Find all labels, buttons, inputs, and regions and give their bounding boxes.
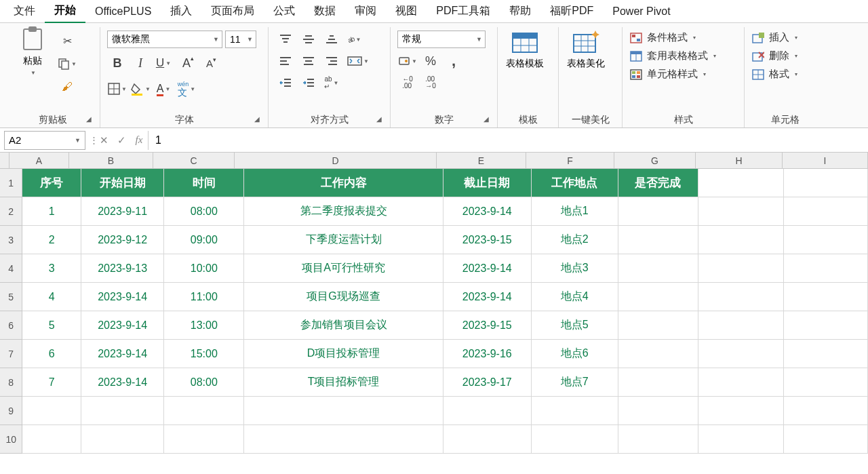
column-header[interactable]: I <box>783 153 868 169</box>
merge-cells-button[interactable]: ▼ <box>344 52 372 71</box>
column-header[interactable]: C <box>153 153 235 169</box>
cell[interactable]: 2023-9-14 <box>443 283 532 311</box>
table-format-button[interactable]: 套用表格格式 ▾ <box>629 50 737 62</box>
cell[interactable]: 下季度运营计划 <box>244 226 443 254</box>
cell[interactable] <box>618 197 698 226</box>
font-size-select[interactable]: 11 ▼ <box>225 31 256 48</box>
menu-item-2[interactable]: OfficePLUS <box>85 1 161 22</box>
cell[interactable] <box>698 311 784 340</box>
cell[interactable] <box>618 368 698 397</box>
cell[interactable]: T项目招标管理 <box>244 368 443 397</box>
orientation-button[interactable]: ab▼ <box>344 30 365 49</box>
menu-item-9[interactable]: PDF工具箱 <box>427 0 500 22</box>
cut-button[interactable]: ✂ <box>57 31 77 50</box>
cell[interactable]: 开始日期 <box>81 169 164 197</box>
border-button[interactable]: ▼ <box>107 79 127 98</box>
currency-button[interactable]: ▼ <box>397 52 418 71</box>
cell[interactable] <box>698 283 784 311</box>
row-header[interactable]: 3 <box>0 226 22 254</box>
cell[interactable] <box>698 226 784 254</box>
cell[interactable]: 地点2 <box>532 226 618 254</box>
decrease-decimal-button[interactable]: .00→0 <box>420 73 441 92</box>
column-header[interactable]: B <box>69 153 153 169</box>
cell[interactable]: D项目投标管理 <box>244 340 443 368</box>
cell[interactable] <box>784 397 868 425</box>
cell[interactable]: 2023-9-14 <box>81 368 164 397</box>
menu-item-1[interactable]: 开始 <box>45 0 85 24</box>
align-left-button[interactable] <box>275 52 296 71</box>
cell[interactable] <box>244 425 443 454</box>
menu-item-6[interactable]: 数据 <box>304 0 345 22</box>
align-middle-button[interactable] <box>298 30 319 49</box>
dialog-launcher-icon[interactable]: ◢ <box>376 115 386 125</box>
cell[interactable] <box>698 254 784 283</box>
wrap-text-button[interactable]: ab↵▼ <box>321 73 342 92</box>
row-header[interactable]: 9 <box>0 397 22 425</box>
cell[interactable]: 4 <box>22 283 81 311</box>
cell[interactable] <box>618 283 698 311</box>
cell[interactable]: 工作地点 <box>532 169 618 197</box>
cell[interactable] <box>618 311 698 340</box>
format-cells-button[interactable]: 格式 ▾ <box>751 68 819 81</box>
insert-cells-button[interactable]: 插入 ▾ <box>751 31 819 44</box>
delete-cells-button[interactable]: 删除 ▾ <box>751 50 819 62</box>
font-color-button[interactable]: A ▼ <box>153 79 174 98</box>
cell[interactable]: 地点4 <box>532 283 618 311</box>
cell[interactable] <box>618 397 698 425</box>
cell[interactable]: 09:00 <box>164 226 244 254</box>
cell[interactable]: 2023-9-16 <box>443 340 532 368</box>
cell[interactable]: 2023-9-12 <box>81 226 164 254</box>
cell[interactable]: 2023-9-17 <box>443 368 532 397</box>
cell[interactable]: 工作内容 <box>244 169 443 197</box>
cancel-formula-button[interactable]: ✕ <box>95 132 113 149</box>
font-name-select[interactable]: 微软雅黑 ▼ <box>107 31 222 48</box>
cell[interactable]: 地点7 <box>532 368 618 397</box>
cell[interactable] <box>698 368 784 397</box>
row-header[interactable]: 4 <box>0 254 22 283</box>
cell[interactable] <box>532 425 618 454</box>
align-top-button[interactable] <box>275 30 296 49</box>
row-header[interactable]: 2 <box>0 197 22 226</box>
menu-item-11[interactable]: 福昕PDF <box>540 0 603 22</box>
cell[interactable]: 2023-9-15 <box>443 226 532 254</box>
cell[interactable]: 3 <box>22 254 81 283</box>
decrease-indent-button[interactable] <box>275 73 296 92</box>
row-header[interactable]: 8 <box>0 368 22 397</box>
name-box[interactable]: A2 ▼ <box>4 131 85 150</box>
column-header[interactable]: G <box>614 153 696 169</box>
cell[interactable]: 是否完成 <box>618 169 698 197</box>
cell[interactable] <box>698 169 784 197</box>
dialog-launcher-icon[interactable]: ◢ <box>484 115 493 125</box>
cell[interactable] <box>22 397 81 425</box>
align-bottom-button[interactable] <box>321 30 342 49</box>
column-header[interactable]: D <box>235 153 437 169</box>
phonetic-guide-button[interactable]: wén 文 ▼ <box>176 79 197 98</box>
cell[interactable]: 15:00 <box>164 340 244 368</box>
row-header[interactable]: 7 <box>0 340 22 368</box>
cell[interactable] <box>784 425 868 454</box>
cell[interactable]: 2023-9-14 <box>81 340 164 368</box>
cell[interactable]: 10:00 <box>164 254 244 283</box>
cell[interactable]: 2023-9-14 <box>81 311 164 340</box>
menu-item-12[interactable]: Power Pivot <box>603 1 679 22</box>
row-header[interactable]: 5 <box>0 283 22 311</box>
cell[interactable] <box>784 283 868 311</box>
menu-item-0[interactable]: 文件 <box>4 0 45 22</box>
column-header[interactable]: H <box>696 153 783 169</box>
cell-style-button[interactable]: 单元格样式 ▾ <box>629 68 737 81</box>
cell[interactable] <box>618 254 698 283</box>
cell[interactable] <box>784 368 868 397</box>
increase-decimal-button[interactable]: ←0.00 <box>397 73 418 92</box>
cell[interactable]: 地点3 <box>532 254 618 283</box>
cell[interactable] <box>443 425 532 454</box>
cell[interactable] <box>784 311 868 340</box>
menu-item-7[interactable]: 审阅 <box>345 0 386 22</box>
cell[interactable] <box>698 397 784 425</box>
cell[interactable]: 2023-9-14 <box>443 254 532 283</box>
cell[interactable] <box>164 425 244 454</box>
cell[interactable] <box>22 425 81 454</box>
menu-item-3[interactable]: 插入 <box>161 0 201 22</box>
fill-color-button[interactable]: ▼ <box>130 79 151 98</box>
cell[interactable] <box>698 197 784 226</box>
cell[interactable]: 5 <box>22 311 81 340</box>
